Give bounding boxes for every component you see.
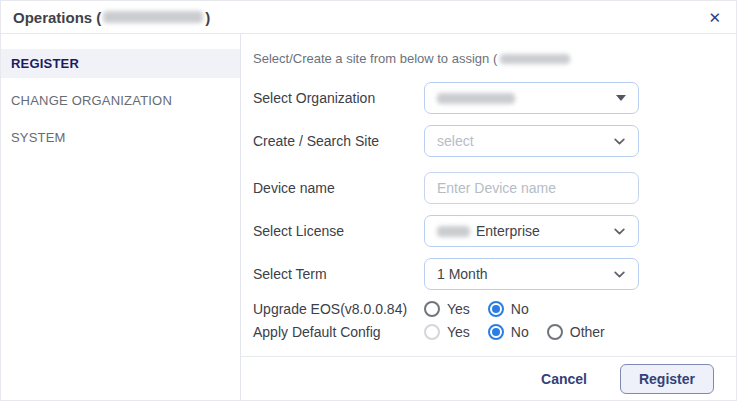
modal-body: REGISTER CHANGE ORGANIZATION SYSTEM Sele… <box>1 34 736 400</box>
row-device-name: Device name Enter Device name <box>253 172 736 204</box>
upgrade-eos-no-label: No <box>511 301 529 317</box>
upgrade-eos-label: Upgrade EOS(v8.0.0.84) <box>253 301 424 317</box>
radio-unchecked-icon <box>547 324 563 340</box>
select-license-label: Select License <box>253 223 424 239</box>
select-organization-value <box>437 93 616 104</box>
create-search-site-dropdown[interactable]: select <box>424 125 639 157</box>
apply-default-config-radio-no[interactable]: No <box>488 324 529 340</box>
device-name-label: Device name <box>253 180 424 196</box>
row-apply-default-config: Apply Default Config Yes No Other <box>253 324 736 340</box>
redacted-organization-name <box>437 93 515 104</box>
redacted-license-prefix <box>437 226 470 237</box>
radio-checked-icon <box>488 301 504 317</box>
register-button[interactable]: Register <box>620 364 714 394</box>
assign-instruction: Select/Create a site from below to assig… <box>253 51 736 66</box>
sidebar: REGISTER CHANGE ORGANIZATION SYSTEM <box>1 34 241 400</box>
sidebar-item-register[interactable]: REGISTER <box>1 49 240 78</box>
modal-title-suffix: ) <box>205 9 210 26</box>
select-license-value-text: Enterprise <box>476 223 540 239</box>
select-license-dropdown[interactable]: Enterprise <box>424 215 639 247</box>
modal-header: Operations () ✕ <box>1 1 736 34</box>
apply-default-config-label: Apply Default Config <box>253 324 424 340</box>
redacted-device-id <box>103 11 203 23</box>
apply-default-config-radio-group: Yes No Other <box>424 324 605 340</box>
register-panel: Select/Create a site from below to assig… <box>241 34 736 400</box>
upgrade-eos-radio-no[interactable]: No <box>488 301 529 317</box>
modal-title-prefix: Operations ( <box>13 9 101 26</box>
device-name-placeholder: Enter Device name <box>437 180 626 196</box>
chevron-down-icon <box>613 225 626 238</box>
upgrade-eos-radio-group: Yes No <box>424 301 529 317</box>
apply-default-config-no-label: No <box>511 324 529 340</box>
modal-footer: Cancel Register <box>253 357 736 401</box>
chevron-down-icon <box>613 268 626 281</box>
create-search-site-label: Create / Search Site <box>253 133 424 149</box>
apply-default-config-yes-label: Yes <box>447 324 470 340</box>
select-organization-dropdown[interactable] <box>424 82 639 114</box>
row-select-organization: Select Organization <box>253 82 736 114</box>
row-select-license: Select License Enterprise <box>253 215 736 247</box>
radio-checked-icon <box>488 324 504 340</box>
redacted-device-id-inline <box>500 54 570 64</box>
radio-disabled-icon <box>424 324 440 340</box>
row-select-term: Select Term 1 Month <box>253 258 736 290</box>
row-upgrade-eos: Upgrade EOS(v8.0.0.84) Yes No <box>253 301 736 317</box>
select-organization-label: Select Organization <box>253 90 424 106</box>
select-term-dropdown[interactable]: 1 Month <box>424 258 639 290</box>
apply-default-config-radio-other[interactable]: Other <box>547 324 605 340</box>
row-create-search-site: Create / Search Site select <box>253 125 736 157</box>
radio-unchecked-icon <box>424 301 440 317</box>
operations-modal: Operations () ✕ REGISTER CHANGE ORGANIZA… <box>0 0 737 401</box>
select-license-value: Enterprise <box>437 223 613 239</box>
close-icon[interactable]: ✕ <box>708 10 721 25</box>
apply-default-config-other-label: Other <box>570 324 605 340</box>
chevron-down-icon <box>613 135 626 148</box>
sidebar-item-change-organization[interactable]: CHANGE ORGANIZATION <box>1 86 240 115</box>
cancel-button[interactable]: Cancel <box>541 371 587 387</box>
assign-instruction-text: Select/Create a site from below to assig… <box>253 51 497 66</box>
modal-title: Operations () <box>13 9 210 26</box>
create-search-site-placeholder: select <box>437 133 613 149</box>
select-term-label: Select Term <box>253 266 424 282</box>
apply-default-config-radio-yes: Yes <box>424 324 470 340</box>
upgrade-eos-yes-label: Yes <box>447 301 470 317</box>
upgrade-eos-radio-yes[interactable]: Yes <box>424 301 470 317</box>
select-term-value: 1 Month <box>437 266 613 282</box>
caret-down-icon <box>616 95 626 101</box>
device-name-input[interactable]: Enter Device name <box>424 172 639 204</box>
sidebar-item-system[interactable]: SYSTEM <box>1 123 240 152</box>
